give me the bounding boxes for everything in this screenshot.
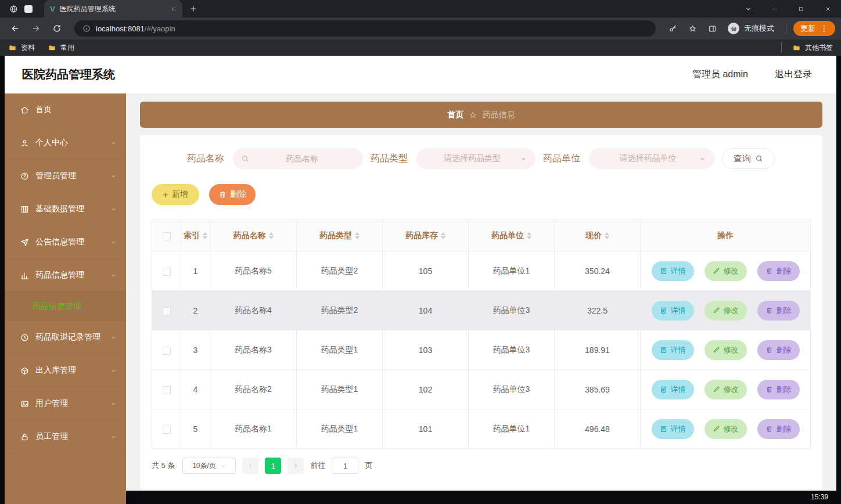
close-button[interactable] (814, 0, 841, 17)
key-icon[interactable] (664, 24, 681, 33)
detail-button[interactable]: 详情 (652, 301, 694, 321)
square-icon[interactable] (21, 5, 36, 13)
forward-icon[interactable] (27, 20, 45, 37)
sort-carets-icon[interactable] (441, 232, 445, 239)
table-row: 5药品名称1药品类型1101药品单位1496.48详情修改删除 (152, 409, 811, 449)
sidebar-item-9[interactable]: 员工管理 (5, 420, 126, 453)
sort-carets-icon[interactable] (605, 232, 609, 239)
edit-button[interactable]: 修改 (705, 340, 747, 360)
detail-button[interactable]: 详情 (652, 419, 694, 439)
new-tab-button[interactable] (189, 5, 197, 13)
sort-carets-icon[interactable] (355, 232, 360, 239)
sidebar-subitem-5-0[interactable]: 药品信息管理 (5, 292, 126, 321)
detail-button[interactable]: 详情 (652, 340, 694, 360)
cell-index: 3 (193, 345, 198, 355)
sidebar-item-3[interactable]: 基础数据管理 (5, 193, 126, 226)
column-header-name[interactable]: 药品名称 (233, 231, 266, 240)
row-checkbox[interactable] (163, 426, 171, 434)
logout-link[interactable]: 退出登录 (775, 69, 812, 81)
batch-delete-button[interactable]: 删除 (209, 184, 256, 205)
kebab-menu-icon[interactable]: ⋮ (820, 24, 828, 33)
cell-name: 药品名称5 (235, 266, 272, 275)
update-button[interactable]: 更新 ⋮ (793, 21, 835, 36)
sidebar-item-1[interactable]: 个人中心 (5, 127, 126, 160)
bookmark-star-icon[interactable] (684, 24, 701, 33)
row-delete-button[interactable]: 删除 (757, 380, 800, 399)
trash-icon (765, 386, 773, 393)
prev-page-button[interactable] (242, 458, 258, 474)
sidebar-item-0[interactable]: 首页 (5, 93, 126, 127)
page-size-select[interactable]: 10条/页 (182, 458, 236, 474)
column-header-type[interactable]: 药品类型 (319, 231, 352, 240)
select-all-checkbox[interactable] (163, 232, 171, 240)
other-bookmarks[interactable]: 其他书签 (792, 43, 833, 53)
medicine-unit-select[interactable]: 请选择药品单位 (589, 148, 714, 169)
incognito-label: 无痕模式 (744, 23, 774, 34)
tab-close-icon[interactable] (170, 6, 177, 12)
chevron-down-icon (110, 239, 117, 246)
sidebar-item-5[interactable]: 药品信息管理 (5, 259, 126, 292)
goto-page-input[interactable] (332, 458, 358, 474)
add-button[interactable]: + 新增 (152, 184, 199, 205)
browser-tab[interactable]: V 医院药品管理系统 (44, 0, 182, 17)
pencil-icon (713, 307, 720, 314)
cell-name: 药品名称1 (235, 424, 272, 433)
column-header-unit[interactable]: 药品单位 (491, 231, 524, 240)
row-delete-button[interactable]: 删除 (757, 261, 800, 281)
medicine-table: 索引 药品名称 药品类型 药品库存 药品单位 现价 操作 1药品名称5药品类型2… (152, 219, 811, 449)
minimize-button[interactable] (761, 0, 788, 17)
row-checkbox[interactable] (163, 386, 171, 394)
sidebar-item-2[interactable]: 管理员管理 (5, 160, 126, 193)
reload-icon[interactable] (48, 20, 66, 37)
globe-icon[interactable] (6, 5, 21, 13)
medicine-name-field[interactable] (249, 154, 355, 163)
row-delete-button[interactable]: 删除 (757, 340, 800, 360)
pagination: 共 5 条 10条/页 1 (152, 458, 811, 474)
row-delete-button[interactable]: 删除 (757, 419, 800, 439)
back-icon[interactable] (6, 20, 24, 37)
trash-icon (218, 190, 227, 199)
row-checkbox[interactable] (163, 307, 171, 315)
row-delete-button[interactable]: 删除 (757, 301, 800, 321)
row-delete-button-label: 删除 (777, 424, 792, 434)
admin-user-label: 管理员 admin (692, 69, 748, 81)
column-header-index[interactable]: 索引 (184, 231, 200, 240)
column-header-price[interactable]: 现价 (585, 231, 602, 240)
edit-button[interactable]: 修改 (705, 261, 747, 281)
edit-button[interactable]: 修改 (705, 301, 747, 321)
maximize-button[interactable] (788, 0, 814, 17)
medicine-name-input[interactable] (233, 148, 363, 169)
column-header-stock[interactable]: 药品库存 (405, 231, 438, 240)
sidebar-item-7[interactable]: 出入库管理 (5, 354, 126, 387)
sidebar-item-4[interactable]: 公告信息管理 (5, 226, 126, 259)
address-bar[interactable]: localhost:8081/#/yaopin (74, 20, 656, 37)
sidebar-item-8[interactable]: 用户管理 (5, 387, 126, 420)
sort-carets-icon[interactable] (527, 232, 531, 239)
next-page-button[interactable] (287, 458, 304, 474)
sort-carets-icon[interactable] (269, 232, 274, 239)
page-number-button[interactable]: 1 (265, 458, 281, 474)
sidebar-item-6[interactable]: 药品取退记录管理 (5, 321, 126, 354)
bookmark-folder-1[interactable]: 常用 (48, 43, 74, 53)
add-label: 新增 (172, 189, 188, 200)
info-icon[interactable] (82, 24, 91, 33)
table-header-row: 索引 药品名称 药品类型 药品库存 药品单位 现价 操作 (152, 220, 811, 251)
bookmarks-bar: 资料 常用 其他书签 (0, 39, 841, 56)
cell-unit: 药品单位1 (493, 424, 530, 433)
medicine-type-select[interactable]: 请选择药品类型 (416, 148, 535, 169)
edit-button[interactable]: 修改 (705, 380, 747, 399)
detail-button-label: 详情 (671, 424, 686, 434)
row-checkbox[interactable] (163, 268, 171, 276)
send-icon (20, 238, 29, 247)
detail-button[interactable]: 详情 (652, 261, 694, 281)
tab-list-chevron-icon[interactable] (735, 5, 761, 13)
breadcrumb-home[interactable]: 首页 (447, 110, 463, 120)
total-count: 共 5 条 (152, 460, 175, 471)
sort-carets-icon[interactable] (203, 232, 207, 239)
side-panel-icon[interactable] (703, 24, 721, 33)
row-checkbox[interactable] (163, 347, 171, 355)
bookmark-folder-0[interactable]: 资料 (8, 43, 35, 53)
detail-button[interactable]: 详情 (652, 380, 694, 399)
query-button[interactable]: 查询 (722, 148, 775, 169)
edit-button[interactable]: 修改 (705, 419, 747, 439)
